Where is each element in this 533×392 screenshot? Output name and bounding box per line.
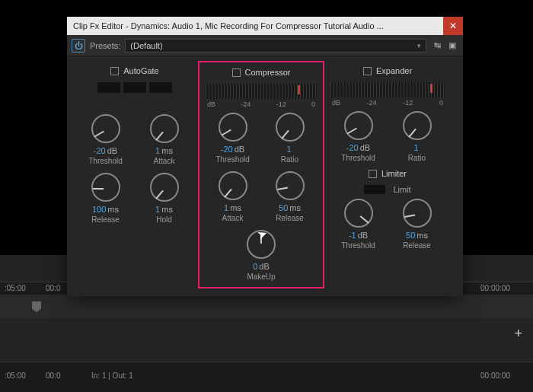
value: 1 (286, 145, 291, 154)
knob-icon[interactable] (150, 173, 179, 202)
knob-icon[interactable] (150, 114, 179, 143)
autogate-hold[interactable]: 1ms Hold (137, 173, 192, 224)
knob-icon[interactable] (403, 199, 432, 228)
value: 1 (155, 205, 160, 214)
compressor-title: Compressor (245, 68, 291, 77)
unit: ms (289, 203, 301, 212)
compressor-scale: dB -24 -12 0 (204, 100, 318, 113)
label: Threshold (215, 155, 249, 164)
limiter-release[interactable]: 50ms Release (390, 199, 445, 250)
value: 0 (253, 262, 257, 271)
titlebar[interactable]: Clip Fx Editor - Dynamics: Audio 1, Mic … (67, 17, 463, 35)
compressor-release[interactable]: 50ms Release (263, 171, 318, 222)
knob-icon[interactable] (403, 111, 432, 140)
footer-tick: :05:00 (5, 371, 26, 380)
value: -20 (94, 146, 106, 155)
expander-title: Expander (376, 66, 412, 75)
expander-meter (330, 82, 445, 97)
compressor-ratio[interactable]: 1 Ratio (263, 113, 318, 164)
label: Release (403, 241, 431, 250)
value: -1 (349, 231, 356, 240)
value: 1 (155, 146, 160, 155)
expander-module: Expander dB -24 -12 0 -20dB Threshol (324, 61, 451, 164)
ruler-tick: 00:0 (46, 284, 60, 292)
compressor-threshold[interactable]: -20dB Threshold (206, 113, 260, 164)
marker-icon[interactable] (32, 301, 41, 312)
presets-label: Presets: (90, 41, 120, 50)
label: MakeUp (247, 272, 275, 281)
close-icon: ✕ (449, 21, 457, 31)
preset-dropdown[interactable]: (Default) ▾ (125, 39, 426, 53)
label: Hold (156, 215, 172, 224)
value: 100 (92, 205, 106, 214)
footer-tick: 00:0 (46, 371, 60, 380)
preset-selected-value: (Default) (130, 41, 162, 50)
ruler-tick: 00:00:00 (480, 284, 510, 292)
add-track-button[interactable]: + (514, 326, 522, 342)
knob-icon[interactable] (219, 171, 247, 200)
window-icon: ▣ (448, 40, 456, 50)
compressor-checkbox[interactable] (232, 69, 241, 77)
unit: ms (230, 203, 241, 212)
autogate-state-meter (78, 82, 192, 97)
knob-icon[interactable] (344, 111, 373, 140)
compressor-attack[interactable]: 1ms Attack (206, 171, 260, 222)
unit: dB (259, 262, 269, 271)
unit: ms (107, 205, 119, 214)
expander-checkbox[interactable] (363, 67, 372, 75)
value: 50 (279, 203, 288, 212)
limiter-threshold[interactable]: -1dB Threshold (331, 199, 386, 250)
unit: dB (358, 231, 368, 240)
unit: ms (417, 231, 428, 240)
autogate-title: AutoGate (123, 66, 158, 75)
sidechain-button[interactable]: ↹ (431, 40, 443, 52)
expander-threshold[interactable]: -20dB Threshold (331, 111, 386, 162)
knob-icon[interactable] (276, 113, 305, 142)
limiter-checkbox[interactable] (369, 170, 377, 178)
unit: ms (161, 146, 173, 155)
clip-fx-editor-window: Clip Fx Editor - Dynamics: Audio 1, Mic … (67, 17, 463, 296)
power-icon: ⏻ (75, 41, 83, 50)
knob-icon[interactable] (247, 230, 276, 259)
limit-label: Limit (393, 185, 410, 194)
chevron-down-icon: ▾ (417, 42, 421, 49)
expander-ratio[interactable]: 1 Ratio (390, 111, 445, 162)
limiter-module: Limiter Limit -1dB Threshold 50ms Re (324, 164, 451, 256)
footer-bar: :05:00 00:0 In: 1 | Out: 1 00:00:00 (0, 362, 533, 392)
knob-icon[interactable] (219, 113, 247, 142)
autogate-attack[interactable]: 1ms Attack (137, 114, 192, 165)
label: Ratio (281, 155, 298, 164)
power-toggle[interactable]: ⏻ (72, 39, 85, 53)
knob-icon[interactable] (276, 171, 305, 200)
unit: dB (360, 143, 370, 152)
limiter-title: Limiter (381, 169, 407, 178)
knob-icon[interactable] (91, 173, 120, 202)
modules-row: AutoGate -20dB Threshold 1ms Attack (67, 56, 463, 296)
value: -20 (346, 143, 359, 152)
label: Release (276, 214, 304, 222)
value: 50 (406, 231, 415, 240)
label: Release (91, 215, 120, 224)
close-button[interactable]: ✕ (443, 17, 463, 35)
autogate-checkbox[interactable] (110, 67, 119, 75)
label: Threshold (341, 241, 375, 250)
unit: ms (161, 205, 173, 214)
preset-bar: ⏻ Presets: (Default) ▾ ↹ ▣ (67, 35, 463, 56)
knob-icon[interactable] (344, 199, 373, 228)
value: 1 (413, 143, 418, 152)
label: Threshold (341, 154, 375, 162)
undock-button[interactable]: ▣ (446, 40, 458, 52)
route-icon: ↹ (434, 40, 441, 50)
unit: dB (107, 146, 117, 155)
label: Attack (222, 214, 244, 222)
knob-icon[interactable] (91, 114, 120, 143)
limit-indicator (364, 185, 385, 194)
autogate-threshold[interactable]: -20dB Threshold (78, 114, 133, 165)
compressor-module: Compressor dB -24 -12 0 -20dB Threshold (198, 61, 324, 288)
value: 1 (224, 203, 228, 212)
compressor-makeup[interactable]: 0dB MakeUp (234, 230, 289, 281)
unit: dB (235, 145, 244, 154)
autogate-release[interactable]: 100ms Release (78, 173, 133, 224)
ruler-tick: :05:00 (5, 284, 26, 292)
timeline-track[interactable] (0, 295, 533, 318)
